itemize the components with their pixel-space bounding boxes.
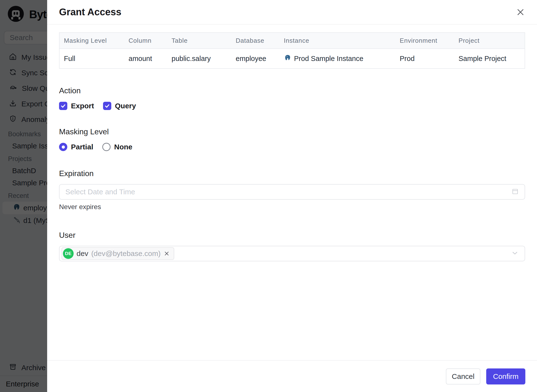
checkbox-label: Export <box>71 102 94 110</box>
cancel-button[interactable]: Cancel <box>446 368 480 384</box>
cell-instance: Prod Sample Instance <box>279 54 395 63</box>
cell-environment: Prod <box>395 55 454 63</box>
checkbox-label: Query <box>115 102 136 110</box>
table-row: Full amount public.salary employee Prod <box>60 49 525 68</box>
cell-project: Sample Project <box>454 55 525 63</box>
action-options: Export Query <box>59 102 525 110</box>
calendar-icon <box>511 188 519 196</box>
col-header-environment: Environment <box>395 37 454 44</box>
col-header-instance: Instance <box>279 37 395 44</box>
expiration-date-input[interactable]: Select Date and Time <box>59 184 525 200</box>
expiration-placeholder: Select Date and Time <box>65 188 511 196</box>
checkbox-checked-icon <box>59 102 67 110</box>
modal-body: Masking Level Column Table Database Inst… <box>47 25 537 360</box>
user-heading: User <box>59 230 525 240</box>
col-header-masking-level: Masking Level <box>60 37 124 44</box>
expiration-hint: Never expires <box>59 203 525 211</box>
cell-column: amount <box>124 55 167 63</box>
grant-access-modal: Grant Access Masking Level Column Table … <box>47 0 537 392</box>
cell-table: public.salary <box>167 55 231 63</box>
bytebase-app: Bytebase Search My Issues <box>0 0 537 392</box>
user-name: dev <box>77 249 88 258</box>
remove-user-icon[interactable] <box>164 250 170 257</box>
user-select[interactable]: DE dev (dev@bytebase.com) <box>59 246 525 261</box>
radio-label: Partial <box>71 143 93 151</box>
checkbox-checked-icon <box>103 102 111 110</box>
cell-masking-level: Full <box>60 55 124 63</box>
query-checkbox[interactable]: Query <box>103 102 136 110</box>
modal-title: Grant Access <box>59 7 121 17</box>
partial-radio[interactable]: Partial <box>59 143 93 151</box>
avatar: DE <box>63 248 74 259</box>
action-heading: Action <box>59 86 525 95</box>
user-email: (dev@bytebase.com) <box>91 249 161 258</box>
modal-footer: Cancel Confirm <box>47 360 537 392</box>
none-radio[interactable]: None <box>102 143 132 151</box>
radio-label: None <box>114 143 132 151</box>
masking-level-heading: Masking Level <box>59 127 525 136</box>
col-header-database: Database <box>231 37 279 44</box>
radio-selected-icon <box>59 143 67 151</box>
user-tag: DE dev (dev@bytebase.com) <box>61 247 174 260</box>
masking-options: Partial None <box>59 143 525 151</box>
chevron-down-icon <box>511 249 519 258</box>
export-checkbox[interactable]: Export <box>59 102 94 110</box>
col-header-project: Project <box>454 37 525 44</box>
close-icon[interactable] <box>515 6 526 18</box>
cell-database: employee <box>231 55 279 63</box>
col-header-column: Column <box>124 37 167 44</box>
instance-name: Prod Sample Instance <box>294 55 363 63</box>
confirm-button[interactable]: Confirm <box>486 368 525 384</box>
grant-table: Masking Level Column Table Database Inst… <box>59 32 525 69</box>
table-header-row: Masking Level Column Table Database Inst… <box>60 33 525 49</box>
col-header-table: Table <box>167 37 231 44</box>
modal-header: Grant Access <box>47 0 537 25</box>
postgres-icon <box>284 54 292 63</box>
radio-unselected-icon <box>102 143 111 151</box>
expiration-heading: Expiration <box>59 169 525 178</box>
